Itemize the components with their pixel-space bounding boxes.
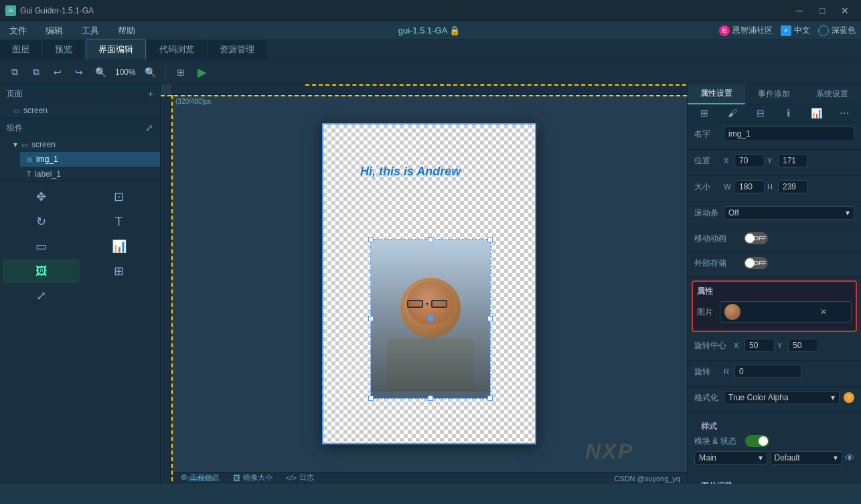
module-state-toggle[interactable]: [745, 435, 769, 447]
ext-storage-toggle[interactable]: OFF: [744, 257, 768, 269]
toolbar-separator: [165, 66, 166, 79]
widget-move-tool[interactable]: ✥: [3, 185, 80, 209]
name-value[interactable]: img_1: [724, 127, 854, 141]
menu-help[interactable]: 帮助: [114, 23, 139, 38]
project-info-button[interactable]: ⚙ 工程信息: [181, 473, 220, 483]
image-size-icon: 🖼: [233, 474, 240, 482]
canvas-scroll[interactable]: Hi, this is Andrew: [171, 95, 687, 472]
rpanel-icon-layout[interactable]: ⊞: [696, 104, 713, 122]
prop-row-image: 图片 ✕: [697, 301, 852, 323]
state-select[interactable]: Default ▾: [770, 451, 843, 465]
close-button[interactable]: ✕: [834, 0, 856, 21]
rpanel-tab-system[interactable]: 系统设置: [803, 84, 861, 104]
prop-section-format: 格式化 True Color Alpha ▾ ?: [688, 387, 861, 413]
r-field[interactable]: [734, 365, 801, 378]
image-size-button[interactable]: 🖼 镜像大小: [233, 473, 272, 483]
widget-transform-tool[interactable]: ⊡: [80, 185, 157, 209]
x-field[interactable]: [734, 154, 765, 167]
state-value: Default: [775, 453, 800, 463]
tab-layers[interactable]: 图层: [0, 39, 42, 60]
community-button[interactable]: 恩 恩智浦社区: [719, 25, 773, 36]
w-field[interactable]: [734, 180, 765, 193]
rpanel-icon-chart[interactable]: 📊: [807, 104, 825, 122]
canvas-image-element[interactable]: [370, 239, 491, 399]
theme-button[interactable]: 深蓝色: [818, 25, 856, 36]
format-chevron-icon: ▾: [831, 393, 835, 402]
prop-row-size: 大小 W H: [694, 180, 854, 193]
menu-file[interactable]: 文件: [5, 23, 31, 38]
tab-code-browser[interactable]: 代码浏览: [147, 39, 206, 60]
tree-item-label1[interactable]: T label_1: [20, 167, 160, 181]
menu-tools[interactable]: 工具: [78, 23, 103, 38]
format-select[interactable]: True Color Alpha ▾: [724, 391, 840, 404]
canvas-text-element[interactable]: Hi, this is Andrew: [360, 165, 461, 179]
theme-label: 深蓝色: [832, 25, 856, 36]
name-label: 名字: [694, 129, 721, 140]
position-coords: X Y: [724, 154, 808, 167]
rpanel-icon-align[interactable]: ⊟: [752, 104, 769, 122]
log-button[interactable]: </> 日志: [286, 473, 314, 483]
h-field[interactable]: [778, 180, 808, 193]
image-clear-icon[interactable]: ✕: [820, 307, 847, 317]
format-info-icon[interactable]: ?: [844, 392, 854, 403]
rc-y-field[interactable]: [788, 339, 818, 352]
run-button[interactable]: ▶: [193, 63, 212, 82]
zoom-in-button[interactable]: 🔍: [141, 63, 160, 82]
widget-grid-tool[interactable]: ⊞: [80, 259, 157, 283]
tab-ui-edit[interactable]: 界面编辑: [86, 39, 146, 60]
widget-chart-tool[interactable]: 📊: [80, 234, 157, 258]
undo-button[interactable]: ↩: [48, 63, 67, 82]
widget-text-tool[interactable]: T: [80, 209, 157, 234]
rpanel-icon-style[interactable]: 🖌: [724, 104, 741, 122]
tree-item-img1[interactable]: ⊞ img_1: [20, 152, 160, 167]
copy-button[interactable]: ⧉: [5, 63, 24, 82]
tree-item-screen2[interactable]: ▾ ▭ screen: [0, 137, 160, 152]
menubar-right: 恩 恩智浦社区 A 中文 深蓝色: [719, 25, 856, 36]
rc-x-field[interactable]: [745, 339, 775, 352]
maximize-button[interactable]: □: [811, 0, 833, 21]
image-field[interactable]: ✕: [720, 301, 852, 323]
add-page-button[interactable]: +: [148, 88, 153, 99]
titlebar: G Gui Guider-1.5.1-GA ─ □ ✕: [0, 0, 861, 21]
r-label: R: [724, 367, 732, 375]
image-label: 图片: [697, 307, 717, 318]
move-anim-toggle[interactable]: OFF: [744, 232, 768, 244]
y-field[interactable]: [778, 154, 808, 167]
widget-rect-tool[interactable]: ▭: [3, 234, 80, 258]
widget-rotate-tool[interactable]: ↻: [3, 209, 80, 234]
format-label: 格式化: [694, 392, 721, 404]
screen-icon: ▭: [13, 107, 19, 114]
rpanel-icon-more[interactable]: ⋯: [836, 104, 853, 122]
rc-x-label: X: [734, 341, 742, 349]
rpanel-tab-events[interactable]: 事件添加: [745, 84, 803, 104]
tab-resource[interactable]: 资源管理: [208, 39, 266, 60]
tree-item-screen[interactable]: ▭ screen: [0, 103, 160, 118]
rc-label: 旋转中心: [694, 340, 731, 351]
menu-edit[interactable]: 编辑: [42, 23, 67, 38]
module-value: Main: [699, 453, 716, 463]
toolbar: ⧉ ⧉ ↩ ↪ 🔍 100% 🔍 ⊞ ▶: [0, 60, 861, 84]
rpanel-tab-props[interactable]: 属性设置: [688, 84, 745, 104]
image-preview: [724, 304, 740, 320]
rpanel-icon-info[interactable]: ℹ: [779, 104, 797, 122]
zoom-out-button[interactable]: 🔍: [91, 63, 110, 82]
rpanel-tabs: 属性设置 事件添加 系统设置: [688, 84, 861, 104]
tab-preview[interactable]: 预览: [43, 39, 84, 60]
minimize-button[interactable]: ─: [789, 0, 810, 21]
module-select-row: Main ▾ Default ▾ 👁: [694, 451, 854, 465]
rotate-label: 旋转: [694, 366, 721, 377]
paste-button[interactable]: ⧉: [27, 63, 46, 82]
widget-expand-tool[interactable]: ⤢: [3, 284, 80, 308]
widget-image-tool[interactable]: 🖼: [3, 259, 80, 283]
scroll-select[interactable]: Off ▾: [724, 206, 854, 220]
redo-button[interactable]: ↪: [70, 63, 88, 82]
expand-components-button[interactable]: ⤢: [145, 122, 153, 133]
module-select[interactable]: Main ▾: [694, 451, 767, 465]
eye-icon[interactable]: 👁: [845, 452, 854, 463]
screen2-widget-icon: ▭: [21, 141, 27, 149]
state-chevron-icon: ▾: [834, 453, 838, 463]
position-label: 位置: [694, 155, 721, 167]
screen-button[interactable]: ⊞: [171, 63, 190, 82]
language-button[interactable]: A 中文: [781, 25, 810, 36]
community-icon: 恩: [719, 25, 730, 36]
